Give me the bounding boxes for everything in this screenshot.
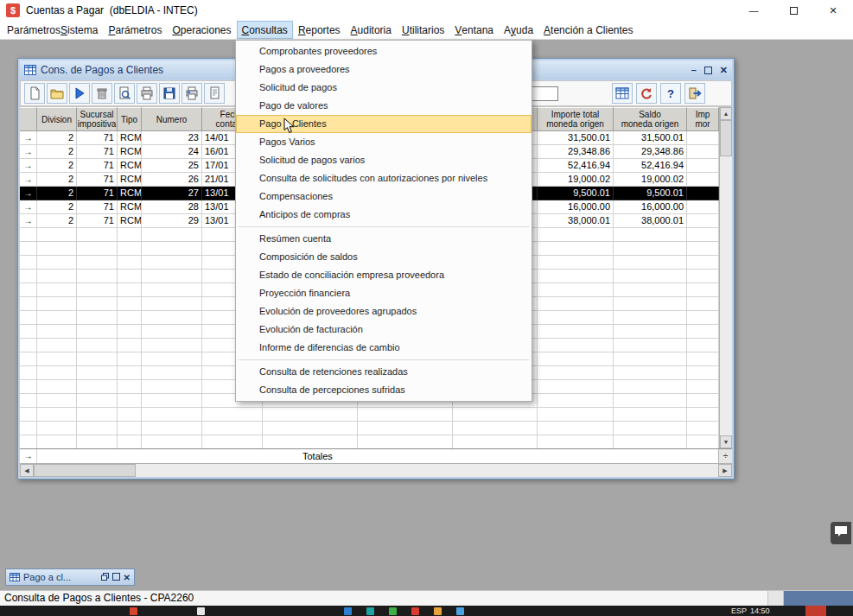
grid-cell[interactable] bbox=[614, 394, 687, 408]
grid-cell[interactable] bbox=[538, 394, 614, 408]
grid-cell[interactable] bbox=[687, 256, 719, 270]
scroll-left-button[interactable]: ◀ bbox=[20, 464, 34, 477]
grid-cell[interactable]: → bbox=[20, 200, 37, 214]
grid-cell[interactable] bbox=[37, 408, 77, 422]
grid-cell[interactable] bbox=[614, 242, 687, 256]
grid-cell[interactable]: RCM bbox=[118, 187, 142, 200]
grid-cell[interactable] bbox=[687, 297, 719, 311]
grid-cell[interactable]: RCM bbox=[118, 173, 142, 187]
grid-cell[interactable] bbox=[687, 228, 719, 242]
grid-cell[interactable] bbox=[358, 422, 453, 435]
taskbar-app-icon[interactable] bbox=[130, 607, 137, 615]
menu-item-estado-de-conciliacion-empresa-proveedora[interactable]: Estado de conciliación empresa proveedor… bbox=[236, 266, 532, 284]
menu-item-consulta-de-percepciones-sufridas[interactable]: Consulta de percepciones sufridas bbox=[236, 381, 532, 399]
grid-cell[interactable] bbox=[687, 187, 719, 200]
grid-cell[interactable] bbox=[77, 242, 118, 256]
grid-cell[interactable] bbox=[77, 339, 118, 352]
grid-cell[interactable]: 2 bbox=[37, 173, 77, 187]
grid-cell[interactable]: 2 bbox=[37, 200, 77, 214]
minimize-button[interactable]: — bbox=[734, 0, 773, 21]
grid-row-empty[interactable] bbox=[20, 422, 719, 435]
grid-cell[interactable]: RCM bbox=[118, 200, 142, 214]
grid-cell[interactable] bbox=[202, 435, 263, 448]
grid-cell[interactable] bbox=[687, 311, 719, 325]
child-maximize-button[interactable] bbox=[704, 67, 712, 74]
grid-view-button[interactable] bbox=[612, 83, 633, 104]
grid-cell[interactable]: 28 bbox=[142, 200, 202, 214]
grid-cell[interactable] bbox=[37, 311, 77, 325]
grid-cell[interactable] bbox=[614, 435, 687, 448]
open-button[interactable] bbox=[47, 83, 67, 104]
grid-cell[interactable]: 19,000.02 bbox=[614, 173, 687, 187]
grid-cell[interactable] bbox=[538, 228, 614, 242]
grid-cell[interactable]: → bbox=[20, 173, 37, 187]
grid-cell[interactable] bbox=[142, 408, 202, 422]
grid-cell[interactable] bbox=[77, 435, 118, 448]
grid-cell[interactable] bbox=[142, 256, 202, 270]
grid-cell[interactable] bbox=[614, 283, 687, 297]
grid-cell[interactable]: 2 bbox=[37, 131, 77, 145]
grid-cell[interactable] bbox=[687, 242, 719, 256]
print-color-button[interactable] bbox=[181, 83, 202, 104]
menubar-item-reportes[interactable]: Reportes bbox=[293, 21, 346, 39]
grid-cell[interactable] bbox=[77, 311, 118, 325]
grid-cell[interactable] bbox=[538, 408, 614, 422]
maximize-button[interactable] bbox=[773, 0, 813, 21]
column-header-numero[interactable]: Numero bbox=[142, 107, 202, 131]
grid-cell[interactable] bbox=[687, 408, 719, 422]
taskbar-app-icon[interactable] bbox=[366, 607, 374, 615]
taskbar-app-icon[interactable] bbox=[197, 607, 205, 615]
grid-cell[interactable] bbox=[687, 422, 719, 435]
menu-item-anticipos-de-compras[interactable]: Anticipos de compras bbox=[236, 206, 532, 224]
column-header-tipo[interactable]: Tipo bbox=[118, 107, 142, 131]
grid-cell[interactable]: → bbox=[20, 214, 37, 228]
grid-cell[interactable] bbox=[37, 242, 77, 256]
save-button[interactable] bbox=[159, 83, 180, 104]
grid-cell[interactable] bbox=[20, 339, 37, 352]
hscroll-thumb[interactable] bbox=[34, 464, 136, 477]
grid-cell[interactable] bbox=[614, 422, 687, 435]
grid-cell[interactable] bbox=[142, 394, 202, 408]
grid-cell[interactable]: 16,000.00 bbox=[614, 200, 687, 214]
grid-cell[interactable] bbox=[614, 352, 687, 366]
grid-cell[interactable] bbox=[687, 435, 719, 448]
column-header-division[interactable]: Division bbox=[37, 107, 77, 131]
grid-cell[interactable] bbox=[687, 145, 719, 159]
grid-cell[interactable] bbox=[37, 366, 77, 380]
grid-cell[interactable] bbox=[37, 256, 77, 270]
grid-cell[interactable] bbox=[614, 297, 687, 311]
hscroll-track[interactable] bbox=[136, 464, 718, 477]
restore-button[interactable] bbox=[101, 573, 109, 582]
grid-cell[interactable] bbox=[614, 228, 687, 242]
menubar-item-ayuda[interactable]: Ayuda bbox=[499, 21, 538, 39]
grid-cell[interactable] bbox=[118, 380, 142, 394]
grid-cell[interactable]: 52,416.94 bbox=[538, 159, 614, 173]
menu-item-pago-a-clientes[interactable]: Pago a Clientes bbox=[236, 115, 532, 133]
grid-cell[interactable] bbox=[614, 256, 687, 270]
grid-cell[interactable] bbox=[118, 422, 142, 435]
grid-cell[interactable]: 38,000.01 bbox=[614, 214, 687, 228]
grid-cell[interactable] bbox=[37, 297, 77, 311]
grid-cell[interactable] bbox=[687, 270, 719, 283]
exit-button[interactable] bbox=[684, 83, 705, 104]
vscroll-thumb[interactable] bbox=[720, 120, 732, 156]
grid-cell[interactable] bbox=[142, 325, 202, 339]
grid-cell[interactable] bbox=[118, 394, 142, 408]
column-header-saldo-moneda-origen[interactable]: Saldo moneda origen bbox=[614, 107, 687, 131]
grid-cell[interactable] bbox=[538, 366, 614, 380]
menubar-item-ventana[interactable]: Ventana bbox=[449, 21, 499, 39]
grid-row-empty[interactable] bbox=[20, 408, 719, 422]
grid-cell[interactable] bbox=[118, 366, 142, 380]
grid-cell[interactable]: 2 bbox=[37, 214, 77, 228]
grid-cell[interactable] bbox=[687, 339, 719, 352]
scroll-down-button[interactable]: ▼ bbox=[720, 435, 732, 448]
grid-cell[interactable] bbox=[142, 435, 202, 448]
grid-cell[interactable] bbox=[687, 325, 719, 339]
grid-cell[interactable]: 2 bbox=[37, 187, 77, 200]
menu-item-pagos-varios[interactable]: Pagos Varios bbox=[236, 133, 532, 151]
grid-cell[interactable] bbox=[142, 311, 202, 325]
grid-cell[interactable] bbox=[77, 380, 118, 394]
close-button[interactable]: ✕ bbox=[124, 573, 130, 582]
help-button[interactable]: ? bbox=[660, 83, 681, 104]
grid-cell[interactable] bbox=[20, 270, 37, 283]
